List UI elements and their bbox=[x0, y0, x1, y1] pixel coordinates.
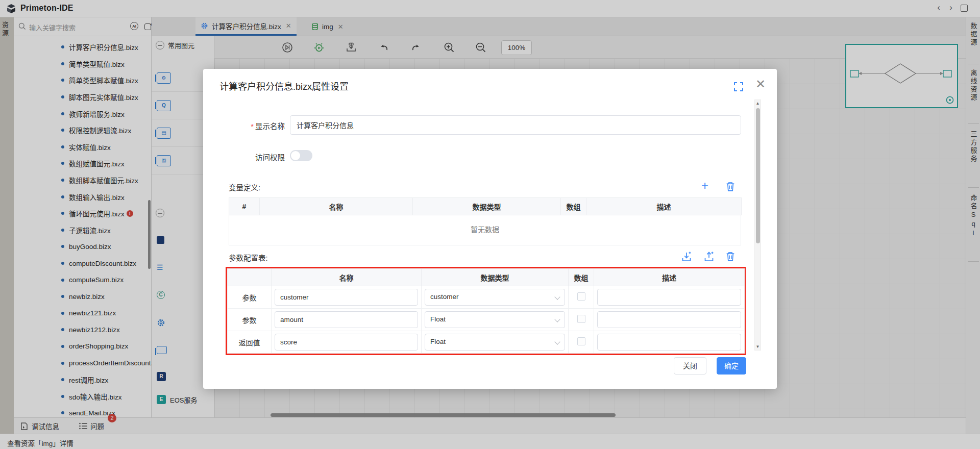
dialog-title: 计算客户积分信息.bizx属性设置 bbox=[219, 79, 349, 92]
param-name-input[interactable] bbox=[275, 289, 418, 306]
chevron-down-icon bbox=[554, 339, 560, 344]
param-type-select[interactable]: Float bbox=[425, 311, 565, 328]
param-row: 参数 customer bbox=[228, 286, 745, 309]
param-desc-input[interactable] bbox=[597, 311, 741, 328]
param-array-checkbox[interactable] bbox=[577, 292, 585, 301]
dialog-scrollbar[interactable]: ▲ ▼ bbox=[754, 99, 761, 351]
vars-empty-state: 暂无数据 bbox=[229, 215, 741, 245]
params-rows: 参数 customer bbox=[228, 286, 745, 354]
delete-variable-icon[interactable] bbox=[725, 181, 736, 192]
properties-dialog: 计算客户积分信息.bizx属性设置 ✕ *显示名称 访问权限 变量定义: + #… bbox=[203, 69, 777, 389]
ok-button[interactable]: 确定 bbox=[717, 357, 746, 375]
param-kind: 返回值 bbox=[228, 331, 272, 354]
scroll-down-icon[interactable]: ▼ bbox=[755, 344, 761, 349]
params-table-highlight: 名称 数据类型 数组 描述 参数 custom bbox=[226, 267, 746, 355]
variables-table: # 名称 数据类型 数组 描述 bbox=[229, 197, 742, 215]
close-icon[interactable]: ✕ bbox=[754, 77, 767, 91]
app-window: Primeton-IDE ‹ › 资源 输入关键字搜索 AI ⟳ ☰ A 计算客… bbox=[0, 0, 980, 449]
params-section-label: 参数配置表: bbox=[229, 252, 268, 263]
display-name-input[interactable] bbox=[290, 115, 741, 135]
param-row: 参数 Float bbox=[228, 309, 745, 331]
param-array-checkbox[interactable] bbox=[577, 315, 585, 323]
param-name-input[interactable] bbox=[275, 334, 418, 351]
param-name-input[interactable] bbox=[275, 311, 418, 328]
vars-section-label: 变量定义: bbox=[229, 182, 260, 192]
param-row: 返回值 Float bbox=[228, 331, 745, 354]
import-params-icon[interactable] bbox=[681, 251, 692, 262]
close-button[interactable]: 关闭 bbox=[674, 357, 706, 375]
param-kind: 参数 bbox=[228, 309, 272, 331]
param-desc-input[interactable] bbox=[597, 334, 741, 351]
access-toggle[interactable] bbox=[290, 150, 312, 161]
delete-params-icon[interactable] bbox=[725, 251, 736, 262]
chevron-down-icon bbox=[554, 294, 560, 300]
param-array-checkbox[interactable] bbox=[577, 337, 585, 345]
param-desc-input[interactable] bbox=[597, 289, 741, 306]
fullscreen-icon[interactable] bbox=[734, 82, 743, 91]
access-label: 访问权限 bbox=[203, 152, 285, 162]
param-type-select[interactable]: Float bbox=[425, 334, 565, 351]
param-type-select[interactable]: customer bbox=[425, 289, 565, 306]
export-params-icon[interactable] bbox=[703, 251, 715, 262]
params-table: 名称 数据类型 数组 描述 参数 custom bbox=[227, 268, 745, 354]
display-name-label: *显示名称 bbox=[203, 120, 285, 131]
scroll-up-icon[interactable]: ▲ bbox=[755, 101, 761, 106]
chevron-down-icon bbox=[554, 316, 560, 322]
param-kind: 参数 bbox=[228, 286, 272, 309]
add-variable-icon[interactable]: + bbox=[699, 180, 710, 191]
scrollbar-thumb[interactable] bbox=[756, 108, 760, 243]
